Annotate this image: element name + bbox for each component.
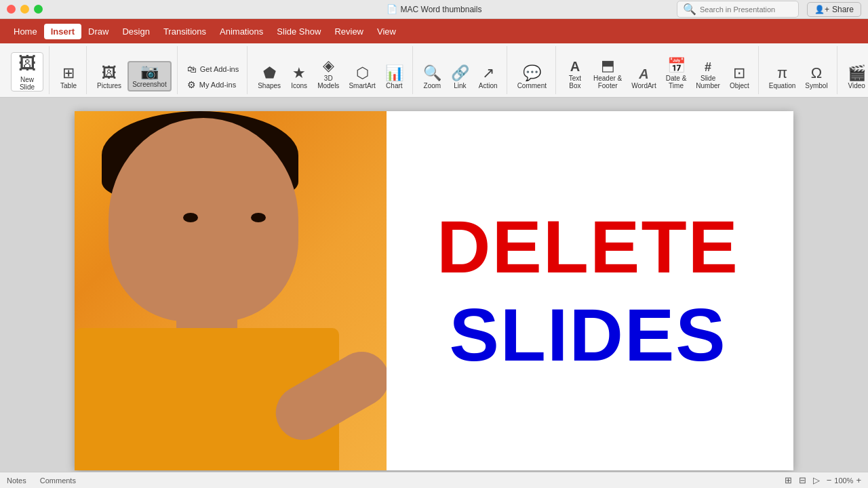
smartart-icon: ⬡ [356, 66, 369, 81]
slide-title-delete: DELETE [437, 209, 739, 284]
slide-area[interactable]: DELETE SLIDES [0, 98, 868, 472]
links-buttons: 🔍 Zoom 🔗 Link ↗ Action [420, 64, 501, 92]
menu-animations[interactable]: Animations [213, 24, 270, 39]
video-icon: 🎬 [848, 66, 866, 81]
search-bar[interactable]: 🔍 [677, 1, 799, 18]
smartart-button[interactable]: ⬡ SmartArt [345, 64, 378, 92]
window-minimize-button[interactable] [20, 5, 29, 14]
zoom-button[interactable]: 🔍 Zoom [420, 64, 445, 92]
share-button[interactable]: 👤+ Share [807, 2, 861, 17]
slide-text-area: DELETE SLIDES [437, 209, 739, 372]
window-title: MAC Word thumbnails [401, 5, 482, 14]
window-controls [7, 5, 43, 14]
slidesorter-view-button[interactable]: ⊟ [799, 475, 806, 485]
ribbon-group-comments: 💬 Comment [509, 46, 556, 94]
images-buttons: 🖼 Pictures 📷 Screenshot [94, 61, 172, 92]
textbox-button[interactable]: A TextBox [563, 58, 587, 92]
date-time-button[interactable]: 📅 Date &Time [663, 56, 690, 92]
zoom-icon: 🔍 [423, 66, 441, 81]
status-bar: Notes Comments ⊞ ⊟ ▷ − 100% + [0, 472, 868, 488]
window-close-button[interactable] [7, 5, 16, 14]
action-icon: ↗ [482, 66, 494, 81]
equation-button[interactable]: π Equation [766, 64, 799, 92]
wordart-label: WordArt [631, 82, 656, 89]
slide-number-icon: # [705, 61, 711, 73]
zoom-out-button[interactable]: − [827, 475, 832, 485]
person-eye-right [251, 213, 266, 222]
reading-view-button[interactable]: ▷ [813, 475, 820, 485]
slide-number-button[interactable]: # SlideNumber [692, 59, 724, 92]
zoom-label: Zoom [424, 82, 441, 89]
textbox-label: TextBox [569, 75, 581, 89]
menu-view[interactable]: View [370, 24, 403, 39]
header-footer-icon: ⬒ [601, 58, 615, 73]
shapes-icon: ⬟ [263, 66, 276, 81]
comment-buttons: 💬 Comment [514, 64, 550, 92]
menu-design[interactable]: Design [115, 24, 156, 39]
table-button[interactable]: ⊞ Table [56, 64, 81, 92]
screenshot-icon: 📷 [140, 64, 159, 79]
pictures-icon: 🖼 [102, 66, 117, 81]
video-label: Video [848, 82, 865, 89]
ribbon-group-slides: 🖼 NewSlide [5, 46, 50, 94]
slides-buttons: 🖼 NewSlide [11, 52, 43, 92]
symbol-label: Symbol [805, 82, 827, 89]
menu-draw[interactable]: Draw [81, 24, 115, 39]
header-footer-label: Header &Footer [593, 75, 622, 89]
header-footer-button[interactable]: ⬒ Header &Footer [590, 56, 625, 92]
symbol-button[interactable]: Ω Symbol [802, 64, 831, 92]
link-button[interactable]: 🔗 Link [448, 64, 473, 92]
new-slide-icon: 🖼 [18, 53, 36, 74]
pictures-button[interactable]: 🖼 Pictures [94, 64, 125, 92]
get-addins-button[interactable]: 🛍 Get Add-ins [184, 62, 241, 76]
icons-label: Icons [291, 82, 307, 89]
date-time-icon: 📅 [667, 58, 686, 73]
menu-insert[interactable]: Insert [44, 24, 81, 39]
search-input[interactable] [700, 5, 793, 14]
menu-bar: Home Insert Draw Design Transitions Anim… [0, 19, 868, 43]
object-button[interactable]: ⊡ Object [726, 64, 753, 92]
share-label: Share [832, 5, 854, 14]
my-addins-button[interactable]: ⚙ My Add-ins [184, 78, 241, 92]
equation-icon: π [777, 66, 787, 81]
action-button[interactable]: ↗ Action [475, 64, 501, 92]
menu-slideshow[interactable]: Slide Show [270, 24, 328, 39]
menu-transitions[interactable]: Transitions [157, 24, 213, 39]
app-icon: 📄 [387, 4, 397, 14]
status-comments[interactable]: Comments [40, 476, 76, 485]
illustration-buttons: ⬟ Shapes ★ Icons ◈ 3DModels ⬡ SmartArt 📊… [254, 56, 407, 92]
chart-button[interactable]: 📊 Chart [382, 64, 407, 92]
chart-icon: 📊 [385, 66, 403, 81]
title-right-area: 🔍 👤+ Share [677, 1, 861, 18]
3d-models-button[interactable]: ◈ 3DModels [314, 56, 342, 92]
get-addins-icon: 🛍 [187, 64, 197, 75]
window-title-area: 📄 MAC Word thumbnails [387, 4, 482, 14]
comment-icon: 💬 [523, 66, 541, 81]
comment-button[interactable]: 💬 Comment [514, 64, 550, 92]
zoom-in-button[interactable]: + [856, 475, 861, 485]
menu-home[interactable]: Home [7, 24, 44, 39]
textbox-icon: A [570, 60, 580, 73]
date-time-label: Date &Time [666, 75, 687, 89]
icons-button[interactable]: ★ Icons [287, 64, 311, 92]
window-maximize-button[interactable] [34, 5, 43, 14]
slide-canvas[interactable]: DELETE SLIDES [75, 111, 793, 470]
video-button[interactable]: 🎬 Video [844, 64, 868, 92]
normal-view-button[interactable]: ⊞ [785, 475, 792, 485]
slide-number-label: SlideNumber [696, 75, 720, 89]
shapes-button[interactable]: ⬟ Shapes [254, 64, 284, 92]
smartart-label: SmartArt [349, 82, 375, 89]
ribbon-group-illustrations: ⬟ Shapes ★ Icons ◈ 3DModels ⬡ SmartArt 📊… [249, 46, 413, 94]
equation-label: Equation [769, 82, 795, 89]
math-buttons: π Equation Ω Symbol [766, 64, 831, 92]
status-notes[interactable]: Notes [7, 476, 26, 485]
wordart-button[interactable]: A WordArt [628, 65, 660, 92]
comment-label: Comment [517, 82, 547, 89]
ribbon-group-table: ⊞ Table [51, 46, 87, 94]
main-area: DELETE SLIDES [0, 98, 868, 472]
action-label: Action [479, 82, 498, 89]
menu-review[interactable]: Review [328, 24, 370, 39]
new-slide-button[interactable]: 🖼 NewSlide [11, 52, 43, 92]
ribbon-group-text: A TextBox ⬒ Header &Footer A WordArt 📅 D… [557, 46, 759, 94]
screenshot-button[interactable]: 📷 Screenshot [127, 61, 172, 92]
